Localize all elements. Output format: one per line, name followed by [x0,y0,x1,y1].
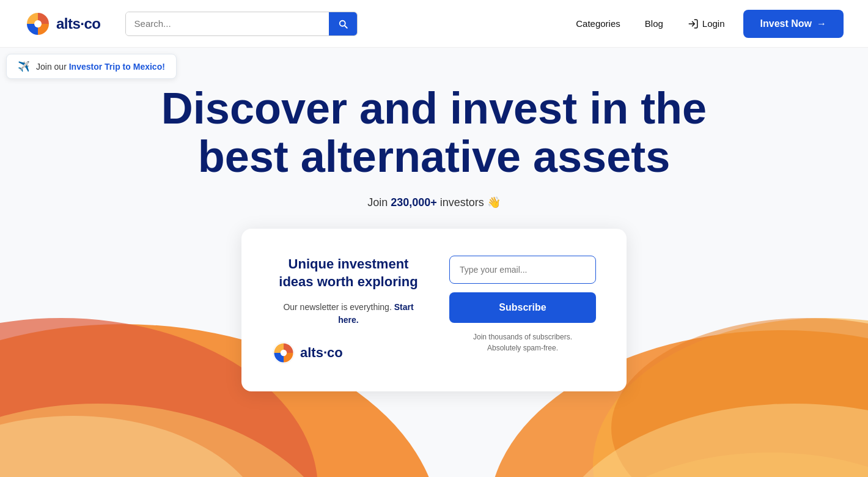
card-description: Our newsletter is everything. Start here… [272,301,425,327]
banner-link[interactable]: Investor Trip to Mexico! [69,62,165,72]
investor-trip-banner[interactable]: ✈️ Join our Investor Trip to Mexico! [6,54,177,79]
svg-point-8 [0,416,269,477]
login-icon [688,18,699,29]
card-footer: Join thousands of subscribers. Absolutel… [449,331,596,353]
subscribe-button[interactable]: Subscribe [449,292,596,323]
search-button[interactable] [329,12,357,35]
logo-text: alts·co [56,15,101,32]
svg-point-7 [0,404,342,477]
logo-icon [24,10,51,37]
svg-point-1 [34,20,42,28]
nav-login[interactable]: Login [688,18,725,29]
svg-point-6 [611,318,868,477]
search-wrapper [125,12,358,36]
svg-point-12 [281,349,287,355]
hero-subtitle: Join 230,000+ investors 👋 [0,196,868,209]
nav-links: Categories Blog Login [576,18,724,29]
logo[interactable]: alts·co [24,10,101,37]
search-icon [337,18,348,29]
banner-plane-icon: ✈️ [18,61,30,72]
card-logo-icon [272,341,295,364]
email-input[interactable] [449,256,596,284]
search-input[interactable] [126,12,329,35]
hero-title: Discover and invest in the best alternat… [159,84,709,181]
hero-section: Discover and invest in the best alternat… [0,48,868,477]
newsletter-card: Unique investment ideas worth exploring … [241,229,627,391]
investors-emoji: 👋 [487,196,501,209]
invest-now-button[interactable]: Invest Now → [743,10,844,38]
nav-blog[interactable]: Blog [645,18,663,29]
card-left: Unique investment ideas worth exploring … [272,256,425,364]
card-right: Subscribe Join thousands of subscribers.… [449,256,596,353]
svg-point-10 [562,453,868,477]
card-logo-text: alts·co [300,345,343,361]
card-logo: alts·co [272,341,425,364]
svg-point-9 [550,404,868,477]
svg-point-5 [593,318,868,477]
arrow-icon: → [817,18,826,29]
banner-text: Join our Investor Trip to Mexico! [36,62,165,72]
navbar: alts·co Categories Blog Login Invest Now… [0,0,868,48]
card-title: Unique investment ideas worth exploring [272,256,425,290]
nav-categories[interactable]: Categories [576,18,620,29]
